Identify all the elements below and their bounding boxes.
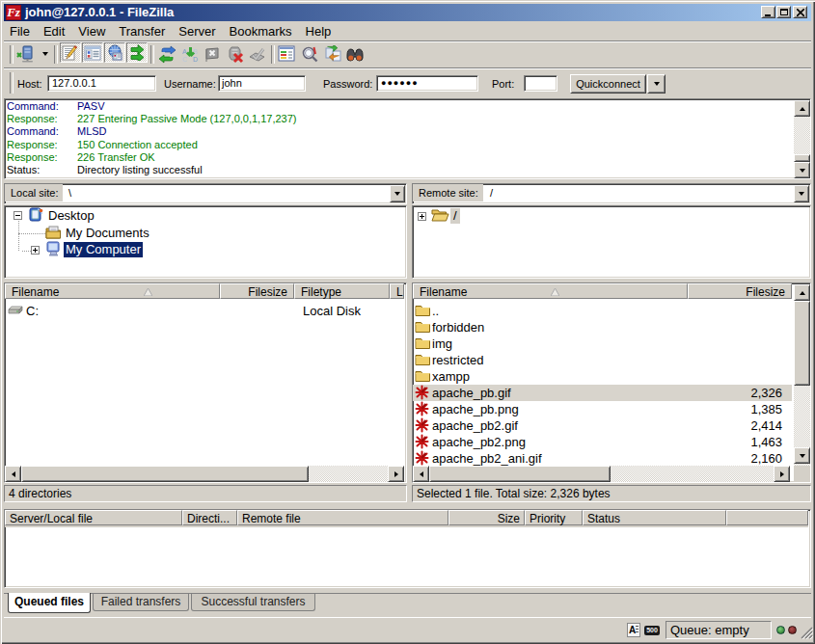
svg-text:C: C bbox=[182, 56, 187, 63]
svg-text:A: A bbox=[182, 48, 187, 55]
svg-text:D: D bbox=[193, 56, 198, 63]
